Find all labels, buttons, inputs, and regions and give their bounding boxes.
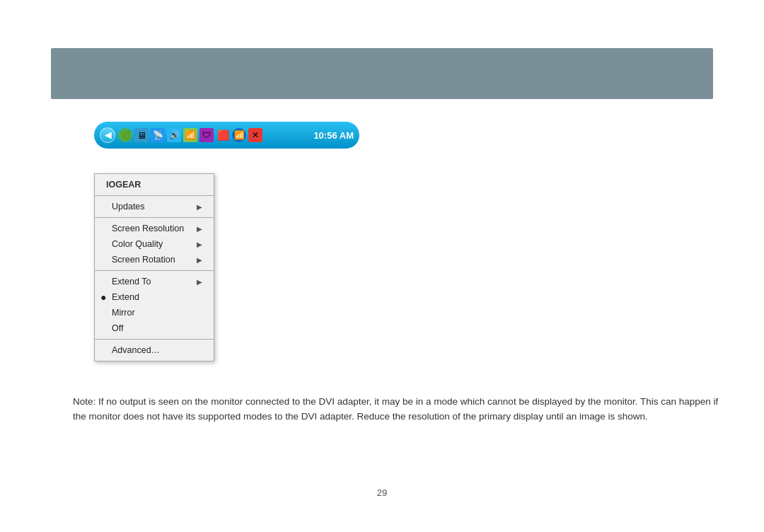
taskbar-icons: 🌿 🖥 📡 🔊 📶 🛡 🟥 📶 ✕ — [118, 128, 308, 142]
menu-header: IOGEAR — [95, 177, 214, 192]
taskbar-time: 10:56 AM — [313, 130, 354, 141]
color-icon[interactable]: 🟥 — [216, 128, 230, 142]
taskbar-arrow-icon[interactable]: ◀ — [100, 127, 115, 143]
menu-item-updates[interactable]: Updates ▶ — [95, 199, 214, 214]
submenu-arrow: ▶ — [197, 241, 202, 248]
note-text: Note: If no output is seen on the monito… — [73, 395, 722, 424]
menu-item-extend-to[interactable]: Extend To ▶ — [95, 274, 214, 289]
top-banner — [51, 48, 713, 99]
shield-icon[interactable]: 🛡 — [199, 128, 214, 142]
network-icon[interactable]: 📡 — [151, 128, 165, 142]
menu-item-advanced[interactable]: Advanced… — [95, 342, 214, 358]
menu-item-off[interactable]: Off — [95, 320, 214, 336]
menu-item-screen-rotation[interactable]: Screen Rotation ▶ — [95, 252, 214, 267]
menu-separator-4 — [95, 339, 214, 340]
page-number: 29 — [377, 487, 387, 498]
chart-icon[interactable]: 📶 — [183, 128, 197, 142]
context-menu: IOGEAR Updates ▶ Screen Resolution ▶ Col… — [94, 173, 214, 362]
menu-item-mirror[interactable]: Mirror — [95, 305, 214, 320]
selected-bullet: ● — [100, 291, 106, 303]
submenu-arrow: ▶ — [197, 225, 202, 233]
submenu-arrow: ▶ — [197, 256, 202, 264]
taskbar-tray: ◀ 🌿 🖥 📡 🔊 📶 🛡 🟥 📶 ✕ 10:56 AM — [94, 122, 359, 149]
menu-separator-3 — [95, 270, 214, 271]
bluetooth-icon[interactable]: 📶 — [232, 128, 246, 142]
menu-item-extend[interactable]: ● Extend — [95, 289, 214, 305]
menu-separator-2 — [95, 217, 214, 218]
submenu-arrow: ▶ — [197, 203, 202, 211]
menu-item-screen-resolution[interactable]: Screen Resolution ▶ — [95, 221, 214, 236]
leaf-icon[interactable]: 🌿 — [118, 128, 132, 142]
volume-icon[interactable]: 🔊 — [167, 128, 181, 142]
menu-separator-1 — [95, 195, 214, 196]
monitor-icon[interactable]: 🖥 — [134, 128, 149, 142]
close-tray-icon[interactable]: ✕ — [248, 128, 262, 142]
menu-item-color-quality[interactable]: Color Quality ▶ — [95, 236, 214, 252]
submenu-arrow: ▶ — [197, 278, 202, 286]
